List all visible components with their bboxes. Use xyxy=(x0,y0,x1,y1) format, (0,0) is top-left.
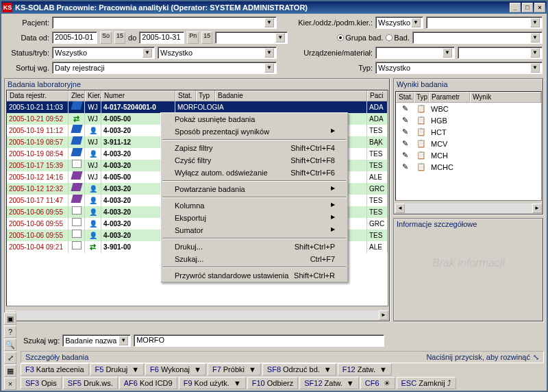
label-szukaj: Szukaj wg: xyxy=(23,336,60,345)
f-button-sf5[interactable]: SF5Druk.ws. xyxy=(63,377,118,389)
detail-bar[interactable]: Szczegóły badania Naciśnij przycisk, aby… xyxy=(21,351,544,363)
szukaj-wg-combo[interactable]: Badanie nazwa▼ xyxy=(62,334,131,347)
detail-hint: Naciśnij przycisk, aby rozwinąć xyxy=(426,353,530,361)
wyniki-panel: Wyniki badania Stat. Typ Parametr Wynik … xyxy=(393,78,544,215)
grupa-bad-radio[interactable]: Grupa bad. xyxy=(337,34,383,42)
sq-button-close[interactable]: × xyxy=(4,378,16,390)
pn-button[interactable]: Pn xyxy=(187,32,199,44)
detail-label: Szczegóły badania xyxy=(25,353,88,361)
menu-item[interactable]: Wyłącz autom. odświeżanieShift+Ctrl+F6 xyxy=(161,167,347,179)
label-status: Status/tryb: xyxy=(5,49,49,57)
context-menu: Pokaż usunięte badaniaSposób prezentacji… xyxy=(160,112,348,282)
so-button[interactable]: So xyxy=(100,32,112,44)
f-button-f10[interactable]: F10Odbierz xyxy=(247,377,299,389)
menu-item[interactable]: Pokaż usunięte badania xyxy=(161,113,347,125)
pacjent-combo[interactable]: ▼ xyxy=(52,16,277,29)
material-combo[interactable]: ▼ xyxy=(458,47,543,59)
badania-table-header: Data rejestr. Zlec. Kier. Numer Stat. Ty… xyxy=(7,90,388,101)
filter-bar: Pacjent: ▼ Kier./oddz./podm.kier.: Wszys… xyxy=(1,14,547,77)
maximize-button[interactable]: □ xyxy=(522,3,533,12)
cal1-button[interactable]: 15 xyxy=(114,32,125,44)
label-kier: Kier./oddz./podm.kier.: xyxy=(279,19,373,27)
bad-radio[interactable]: Bad. xyxy=(386,34,410,42)
label-pacjent: Pacjent: xyxy=(5,19,49,27)
wyniki-title: Wyniki badania xyxy=(394,79,543,90)
label-do: do xyxy=(128,34,136,42)
f-button-f7[interactable]: F7Próbki▼ xyxy=(208,363,261,376)
f-button-sf3[interactable]: SF3Opis xyxy=(21,377,62,389)
result-row[interactable]: ✎📋WBC xyxy=(396,103,541,114)
f-button-f3[interactable]: F3Karta zlecenia xyxy=(21,363,89,376)
urzadzenie-combo[interactable]: ▼ xyxy=(375,47,455,59)
menu-item[interactable]: Przywróć standardowe ustawieniaShift+Ctr… xyxy=(161,269,347,282)
typ-combo[interactable]: Wszystko▼ xyxy=(375,62,543,74)
label-dataod: Data od: xyxy=(5,34,49,42)
f-button-f5[interactable]: F5Drukuj▼ xyxy=(90,363,145,376)
f-button-af6[interactable]: AF6Kod ICD9 xyxy=(119,377,177,389)
label-typ: Typ: xyxy=(279,64,373,72)
label-sortuj: Sortuj wg. xyxy=(5,64,49,72)
f-button-cf6[interactable]: CF6☀ xyxy=(360,377,395,389)
info-panel: Informacje szczegółowe Brak informacji xyxy=(393,218,544,322)
sq-button-1[interactable]: ▣ xyxy=(4,313,16,325)
menu-item[interactable]: Sumator xyxy=(161,224,347,236)
sq-button-expand[interactable]: ⤢ xyxy=(4,352,16,364)
menu-item[interactable]: Eksportuj xyxy=(161,212,347,224)
cal2-button[interactable]: 15 xyxy=(201,32,212,44)
sq-button-5[interactable]: ▦ xyxy=(4,365,16,377)
menu-item[interactable]: Sposób prezentacji wyników xyxy=(161,125,347,138)
result-row[interactable]: ✎📋HCT xyxy=(396,126,541,138)
menu-item[interactable]: Szukaj...Ctrl+F7 xyxy=(161,253,347,265)
status-combo[interactable]: Wszystko▼ xyxy=(52,47,155,59)
titlebar: KS KS-SOLAB Pracownie: Pracownia anality… xyxy=(1,1,547,14)
date-extra-combo[interactable]: ▼ xyxy=(215,32,288,44)
tryb-combo[interactable]: Wszystko▼ xyxy=(158,47,277,59)
close-button[interactable]: × xyxy=(534,3,545,12)
date-from-input[interactable]: 2005-10-01 xyxy=(52,32,97,44)
h-scrollbar-r[interactable]: ◄► xyxy=(395,204,542,213)
sort-combo[interactable]: Daty rejestracji▼ xyxy=(52,62,277,74)
result-row[interactable]: ✎📋MCV xyxy=(396,138,541,149)
f-button-sf12[interactable]: SF12Zatw.▼ xyxy=(299,377,358,389)
table-row[interactable]: 2005-10-21 11:03WJ4-017-5204001-0MORFOLO… xyxy=(7,101,388,113)
f-button-f12[interactable]: F12Zatw.▼ xyxy=(338,363,392,376)
f-button-esc[interactable]: ESCZamknij⤴ xyxy=(397,377,456,389)
f-button-sf8[interactable]: SF8Odrzuć bd.▼ xyxy=(262,363,336,376)
menu-item[interactable]: Powtarzanie badania xyxy=(161,183,347,195)
date-to-input[interactable]: 2005-10-31 xyxy=(139,32,184,44)
f-button-f9[interactable]: F9Kod użytk.▼ xyxy=(179,377,246,389)
result-row[interactable]: ✎📋MCHC xyxy=(396,161,541,173)
result-row[interactable]: ✎📋HGB xyxy=(396,114,541,126)
info-title: Informacje szczegółowe xyxy=(394,219,543,230)
bad-combo[interactable]: ▼ xyxy=(412,32,543,44)
result-row[interactable]: ✎📋MCH xyxy=(396,149,541,161)
minimize-button[interactable]: _ xyxy=(510,3,521,12)
no-info-text: Brak informacji xyxy=(394,230,543,269)
menu-item[interactable]: Zapisz filtryShift+Ctrl+F4 xyxy=(161,142,347,154)
menu-item[interactable]: Czyść filtryShift+Ctrl+F8 xyxy=(161,154,347,167)
badania-title: Badania laboratoryjne xyxy=(5,79,390,90)
f-button-f6[interactable]: F6Wykonaj▼ xyxy=(145,363,206,376)
menu-item[interactable]: Kolumna xyxy=(161,199,347,212)
kier-combo-2[interactable]: ▼ xyxy=(426,16,543,29)
kier-combo[interactable]: Wszystko▼ xyxy=(375,16,423,29)
szukaj-input[interactable]: MORFO xyxy=(134,334,384,347)
left-button-stack: ▣ ? 🔍 ⤢ ▦ × xyxy=(4,313,18,391)
app-icon: KS xyxy=(3,3,12,12)
h-scrollbar[interactable]: ◄► xyxy=(6,310,388,320)
window-title: KS-SOLAB Pracownie: Pracownia analityki … xyxy=(15,3,508,12)
label-urzadzenie: Urządzenie/materiał: xyxy=(279,49,373,57)
menu-item[interactable]: Drukuj...Shift+Ctrl+P xyxy=(161,241,347,253)
